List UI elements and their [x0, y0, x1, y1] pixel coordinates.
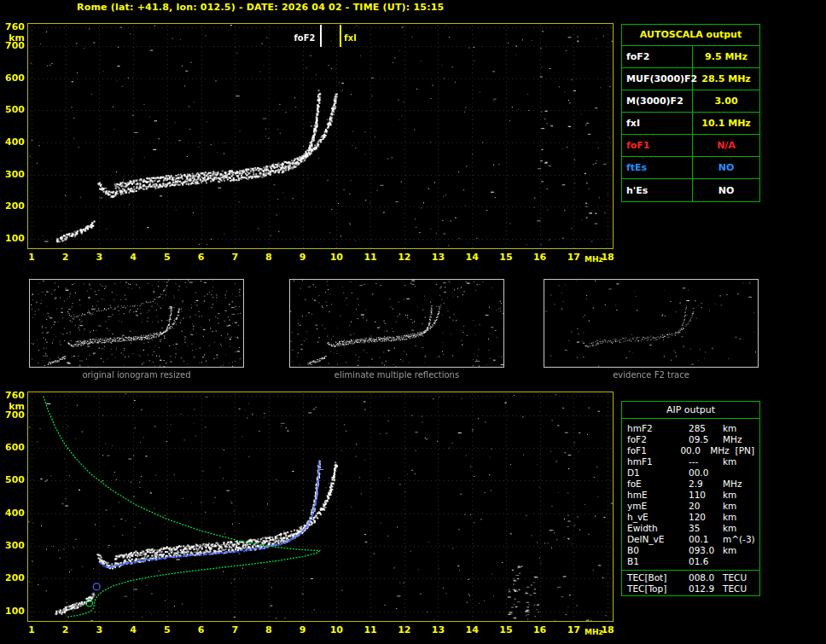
y-axis-tick-label: 600: [2, 443, 25, 453]
aip-unit: km: [723, 501, 752, 512]
aip-row: DelN_vE00.1m^(-3): [622, 534, 759, 545]
aip-param-label: foF1: [627, 445, 680, 456]
thumbnail-multiple-reflections-removed: [289, 279, 504, 368]
autoscala-row: M(3000)F23.00: [622, 90, 759, 113]
aip-value: 008.0: [689, 572, 723, 583]
aip-unit: km: [723, 456, 752, 467]
aip-row: TEC[Top]012.9TECU: [622, 583, 759, 595]
aip-row: B0093.0km: [622, 545, 759, 556]
aip-unit: MHz: [723, 479, 752, 490]
aip-unit: MHz: [710, 445, 735, 456]
thumbnail-caption: evidence F2 trace: [544, 370, 759, 380]
x-axis-tick-label: 8: [259, 252, 279, 263]
aip-value: 01.6: [689, 556, 723, 567]
y-axis-tick-label: 300: [2, 541, 25, 551]
aip-unit: km: [723, 545, 752, 556]
autoscala-row: h'EsNO: [622, 179, 759, 201]
aip-unit: m^(-3): [723, 534, 752, 545]
aip-value: 20: [689, 501, 723, 512]
x-axis-tick-label: 6: [191, 252, 212, 263]
aip-output-table: AIP output hmF2285kmfoF209.5MHzfoF100.0M…: [621, 401, 760, 596]
aip-table-rows: hmF2285kmfoF209.5MHzfoF100.0MHz[PN]hmF1-…: [622, 419, 759, 595]
aip-param-label: Ewidth: [627, 523, 689, 534]
aip-value: 2.9: [689, 479, 723, 490]
x-axis-tick-label: 16: [530, 624, 550, 635]
x-axis-tick-label: 9: [293, 252, 313, 263]
y-axis-tick-label: 200: [2, 573, 25, 583]
autoscala-value: N/A: [693, 135, 759, 156]
autoscala-param-label: foF1: [622, 135, 693, 156]
autoscala-value: 28.5 MHz: [693, 68, 759, 90]
autoscala-window: Rome (lat: +41.8, lon: 012.5) - DATE: 20…: [0, 0, 826, 644]
aip-value: 00.1: [689, 534, 723, 545]
aip-row: ymE20km: [622, 501, 759, 512]
x-axis-tick-label: 13: [428, 624, 448, 635]
y-axis-tick-label: 760: [2, 22, 25, 32]
aip-unit: km: [723, 523, 752, 534]
x-axis-tick-label: 12: [394, 252, 415, 263]
autoscala-param-label: M(3000)F2: [622, 90, 693, 112]
autoscala-param-label: foF2: [622, 46, 693, 67]
x-axis-tick-label: 10: [326, 252, 346, 263]
x-axis-tick-label: 17: [563, 624, 584, 635]
aip-value: 012.9: [689, 583, 723, 595]
aip-param-label: B0: [627, 545, 689, 556]
x-axis-tick-label: 11: [360, 252, 381, 263]
aip-value: 110: [689, 490, 723, 501]
aip-param-label: TEC[Top]: [627, 583, 689, 595]
x-axis-tick-label: 9: [293, 624, 313, 635]
x-axis-tick-label: 4: [123, 624, 143, 635]
aip-unit: TECU: [723, 583, 752, 595]
aip-param-label: TEC[Bot]: [627, 572, 689, 583]
aip-unit: [723, 556, 752, 567]
autoscala-row: foF29.5 MHz: [622, 46, 759, 68]
aip-extra-label: [PN]: [736, 445, 754, 456]
aip-row: B101.6: [622, 556, 759, 567]
autoscala-row: fxI10.1 MHz: [622, 113, 759, 135]
aip-param-label: D1: [627, 467, 689, 479]
fof2-marker-label: foF2: [288, 33, 316, 43]
y-axis-tick-label: 300: [2, 170, 25, 180]
x-axis-tick-label: 8: [259, 624, 279, 635]
thumbnail-original-ionogram: [29, 279, 244, 368]
x-axis-tick-label: 6: [191, 624, 212, 635]
fxi-marker-label: fxI: [344, 33, 357, 43]
autoscala-table-title: AUTOSCALA output: [622, 25, 759, 46]
profile-ionogram-plot: [27, 392, 614, 622]
x-axis-tick-label: 10: [326, 624, 346, 635]
aip-row: D100.0: [622, 467, 759, 479]
autoscala-row: ftEsNO: [622, 157, 759, 179]
autoscala-param-label: ftEs: [622, 157, 693, 178]
aip-value: 09.5: [689, 434, 723, 445]
y-axis-unit-label: km: [2, 402, 25, 412]
autoscala-row: MUF(3000)F228.5 MHz: [622, 68, 759, 90]
x-axis-tick-label: 13: [428, 252, 448, 263]
x-axis-tick-label: 5: [157, 252, 177, 263]
x-axis-tick-label: 7: [224, 252, 245, 263]
autoscala-param-label: h'Es: [622, 179, 693, 201]
aip-row: hmF1---km: [622, 456, 759, 467]
aip-row: hmF2285km: [622, 423, 759, 434]
autoscala-value: 9.5 MHz: [693, 46, 759, 67]
autoscala-value: NO: [693, 157, 759, 178]
x-axis-tick-label: 12: [394, 624, 415, 635]
x-axis-tick-label: 2: [55, 252, 76, 263]
station-header: Rome (lat: +41.8, lon: 012.5) - DATE: 20…: [77, 2, 444, 13]
y-axis-tick-label: 500: [2, 475, 25, 485]
aip-unit: km: [723, 423, 752, 434]
y-axis-tick-label: 500: [2, 105, 25, 115]
aip-value: 120: [689, 512, 723, 523]
x-axis-tick-label: 15: [496, 252, 516, 263]
x-axis-tick-label: 11: [360, 624, 381, 635]
aip-param-label: ymE: [627, 501, 689, 512]
x-axis-unit-label: MHz: [585, 628, 603, 636]
aip-row: foE2.9MHz: [622, 479, 759, 490]
y-axis-tick-label: 760: [2, 391, 25, 401]
aip-unit: km: [723, 512, 752, 523]
x-axis-tick-label: 2: [55, 624, 76, 635]
x-axis-tick-label: 4: [123, 252, 143, 263]
aip-unit: MHz: [723, 434, 752, 445]
y-axis-tick-label: 600: [2, 73, 25, 84]
x-axis-tick-label: 3: [89, 624, 109, 635]
autoscala-output-table: AUTOSCALA output foF29.5 MHzMUF(3000)F22…: [621, 24, 760, 202]
